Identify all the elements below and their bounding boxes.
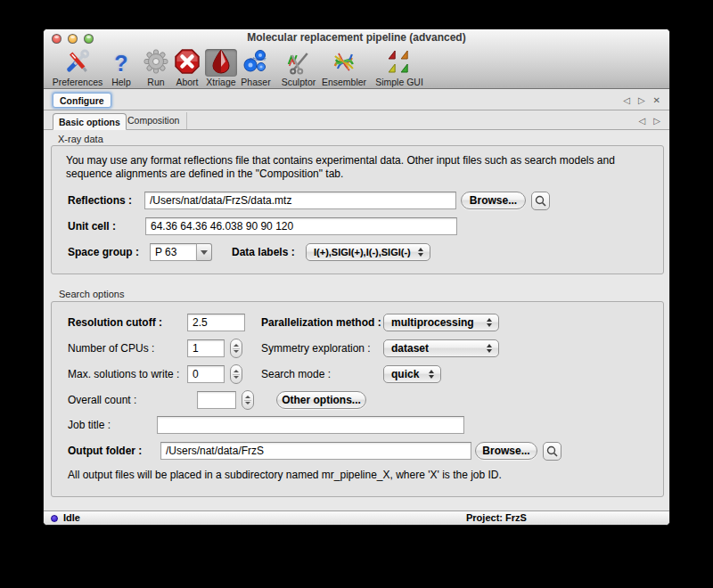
space-group-combo[interactable] xyxy=(150,243,212,261)
help-icon: ? xyxy=(114,51,127,76)
toolbar-label: Sculptor xyxy=(282,77,316,87)
toolbar-label: Xtriage xyxy=(205,77,237,87)
data-labels-popup[interactable]: I(+),SIGI(+),I(-),SIGI(-) xyxy=(306,243,430,261)
toolbar-button-xtriage[interactable]: Xtriage xyxy=(205,49,237,87)
svg-text:phaser: phaser xyxy=(249,56,266,61)
search-mode-popup-arrows-icon xyxy=(429,370,434,379)
num-cpus-label: Number of CPUs : xyxy=(68,342,187,355)
subtab-row: Basic options Composition ◁ ▷ xyxy=(44,110,669,130)
tab-basic-options[interactable]: Basic options xyxy=(53,113,127,130)
symmetry-label: Symmetry exploration : xyxy=(261,342,371,355)
symmetry-value: dataset xyxy=(391,342,429,355)
reflections-browse-button[interactable]: Browse... xyxy=(461,192,526,209)
tab-scroll-right-icon[interactable]: ▷ xyxy=(638,95,645,105)
job-title-label: Job title : xyxy=(68,419,157,431)
toolbar: Preferences ? Help xyxy=(44,47,669,89)
project-label: Project: FrzS xyxy=(466,512,527,523)
search-mode-value: quick xyxy=(391,368,419,380)
output-note: All output files will be placed in a sub… xyxy=(68,469,502,481)
ensembler-icon xyxy=(331,48,357,78)
output-folder-browse-button[interactable]: Browse... xyxy=(475,442,537,460)
sculptor-icon xyxy=(285,48,312,78)
max-solutions-stepper[interactable] xyxy=(230,364,242,384)
overall-count-label: Overall count : xyxy=(68,394,187,406)
tab-configure[interactable]: Configure xyxy=(53,93,111,108)
toolbar-button-phaser[interactable]: phaser Phaser xyxy=(240,49,272,87)
job-title-input[interactable] xyxy=(157,416,464,434)
search-mode-popup[interactable]: quick xyxy=(383,365,441,383)
status-text: Idle xyxy=(63,512,80,523)
toolbar-label: Abort xyxy=(171,77,203,87)
max-solutions-input[interactable] xyxy=(187,365,225,383)
data-labels-label: Data labels : xyxy=(232,246,295,258)
job-title-row: Job title : xyxy=(68,416,464,434)
toolbar-button-abort[interactable]: Abort xyxy=(171,49,203,87)
preferences-icon xyxy=(64,48,91,78)
overall-count-row: Overall count : Other options... xyxy=(68,391,254,409)
search-group-label: Search options xyxy=(59,289,124,299)
toolbar-button-run[interactable]: Run xyxy=(140,49,172,87)
run-gear-icon xyxy=(143,48,169,78)
space-group-label: Space group : xyxy=(68,246,144,258)
basic-options-panel: X-ray data You may use any format reflec… xyxy=(44,131,669,510)
reflections-search-icon[interactable] xyxy=(531,192,550,210)
output-folder-label: Output folder : xyxy=(68,445,160,457)
max-solutions-row: Max. solutions to write : Search mode : … xyxy=(68,365,242,383)
resolution-cutoff-label: Resolution cutoff : xyxy=(68,316,187,329)
resolution-cutoff-input[interactable] xyxy=(187,314,245,331)
status-bar: Idle Project: FrzS xyxy=(44,510,669,525)
other-options-button[interactable]: Other options... xyxy=(276,391,366,409)
notebook-tab-row: Configure ◁ ▷ ✕ xyxy=(44,90,669,110)
max-solutions-label: Max. solutions to write : xyxy=(68,368,187,380)
reflections-label: Reflections : xyxy=(68,194,144,207)
overall-count-stepper[interactable] xyxy=(242,390,254,410)
toolbar-label: Run xyxy=(140,77,172,87)
toolbar-label: Help xyxy=(105,77,137,87)
toolbar-label: Simple GUI xyxy=(375,77,423,87)
unit-cell-input[interactable] xyxy=(145,217,457,235)
xtriage-icon xyxy=(209,49,234,78)
xray-description: You may use any format reflections file … xyxy=(66,154,627,181)
parallelization-value: multiprocessing xyxy=(391,316,474,329)
num-cpus-input[interactable] xyxy=(187,339,225,357)
tab-close-icon[interactable]: ✕ xyxy=(653,95,660,105)
reflections-input[interactable] xyxy=(144,192,456,209)
close-window-button[interactable] xyxy=(52,34,61,44)
toolbar-button-sculptor[interactable]: Sculptor xyxy=(282,49,316,87)
parallelization-label: Parallelization method : xyxy=(261,316,381,329)
resolution-row: Resolution cutoff : Parallelization meth… xyxy=(68,314,245,331)
reflections-row: Reflections : Browse... xyxy=(68,192,550,209)
parallelization-popup[interactable]: multiprocessing xyxy=(383,314,499,331)
window-title: Molecular replacement pipeline (advanced… xyxy=(44,29,669,46)
toolbar-button-help[interactable]: ? Help xyxy=(105,49,137,87)
output-folder-input[interactable] xyxy=(160,442,471,460)
zoom-window-button[interactable] xyxy=(84,34,94,44)
status-indicator-icon xyxy=(51,515,58,522)
toolbar-button-preferences[interactable]: Preferences xyxy=(53,49,103,87)
num-cpus-stepper[interactable] xyxy=(230,339,242,358)
unit-cell-row: Unit cell : xyxy=(68,217,457,235)
search-mode-label: Search mode : xyxy=(261,368,331,380)
space-group-dropdown-icon[interactable] xyxy=(197,243,212,261)
symmetry-popup-arrows-icon xyxy=(487,344,492,353)
simple-gui-icon xyxy=(386,48,413,78)
phaser-icon: phaser xyxy=(242,48,269,78)
unit-cell-label: Unit cell : xyxy=(68,220,144,233)
subtab-scroll-left-icon[interactable]: ◁ xyxy=(639,116,646,126)
output-folder-row: Output folder : Browse... xyxy=(68,442,561,460)
symmetry-popup[interactable]: dataset xyxy=(383,339,499,357)
tab-composition[interactable]: Composition xyxy=(120,112,187,129)
toolbar-button-ensembler[interactable]: Ensembler xyxy=(322,49,366,87)
overall-count-input[interactable] xyxy=(197,391,236,409)
subtab-scroll-right-icon[interactable]: ▷ xyxy=(653,116,660,126)
toolbar-button-simple-gui[interactable]: Simple GUI xyxy=(375,49,423,87)
output-folder-search-icon[interactable] xyxy=(543,442,561,461)
space-group-input[interactable] xyxy=(150,243,197,261)
xray-group-box: You may use any format reflections file … xyxy=(51,145,664,274)
minimize-window-button[interactable] xyxy=(68,34,78,44)
xray-group-label: X-ray data xyxy=(58,134,103,144)
data-labels-value: I(+),SIGI(+),I(-),SIGI(-) xyxy=(314,247,411,257)
tab-scroll-left-icon[interactable]: ◁ xyxy=(623,95,630,105)
abort-icon xyxy=(174,48,201,78)
parallelization-popup-arrows-icon xyxy=(487,318,492,327)
